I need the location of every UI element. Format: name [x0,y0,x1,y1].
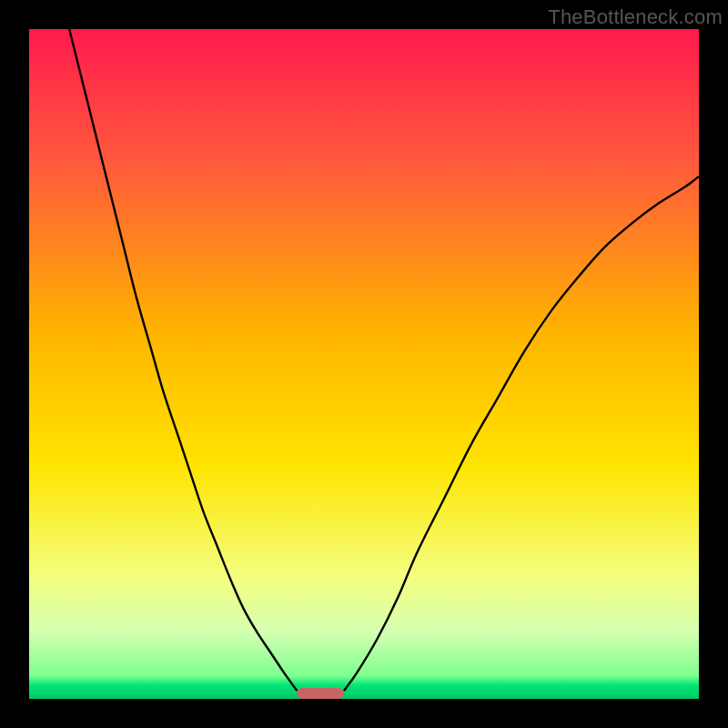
curve-layer [29,29,699,699]
optimal-zone-marker [297,688,344,699]
watermark-text: TheBottleneck.com [548,5,723,29]
plot-area [29,29,699,699]
curve-left-branch [69,29,297,691]
curve-right-branch [344,177,699,691]
chart-frame: TheBottleneck.com [0,0,728,728]
